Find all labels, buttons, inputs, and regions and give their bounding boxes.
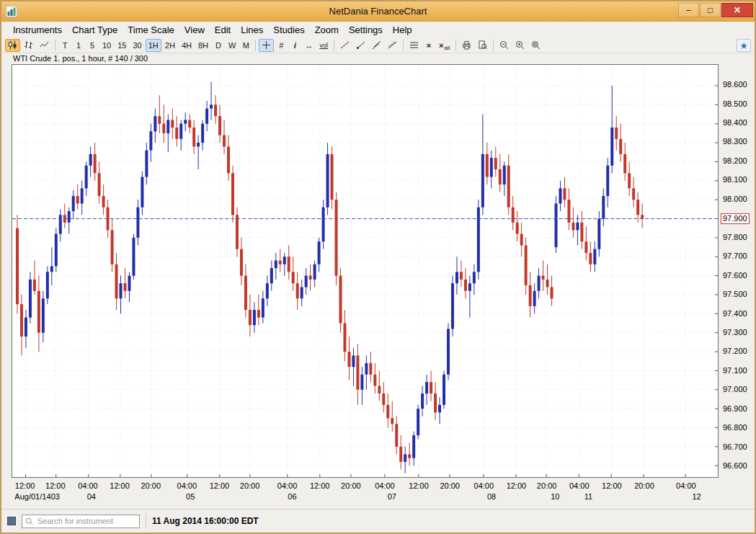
- chart-type-bars-button[interactable]: [21, 39, 36, 52]
- time-tick-label: 04:00: [177, 481, 197, 490]
- menu-chart-type[interactable]: Chart Type: [68, 23, 122, 37]
- time-tick-label: 20:00: [537, 481, 557, 490]
- timeframe-8h-button[interactable]: 8H: [195, 39, 211, 52]
- star-icon: ★: [739, 40, 748, 51]
- menu-time-scale[interactable]: Time Scale: [123, 23, 179, 37]
- toolbar-separator: [455, 40, 456, 51]
- menu-zoom[interactable]: Zoom: [311, 23, 343, 37]
- menu-bar: Instruments Chart Type Time Scale View E…: [1, 22, 755, 37]
- time-tick-label: 12:00: [310, 481, 330, 490]
- timeframe-tick-button[interactable]: T: [58, 39, 71, 52]
- timeframe-1h-button[interactable]: 1H: [146, 39, 161, 52]
- zoom-in-icon: [515, 40, 525, 50]
- current-price-label: 97.900: [721, 213, 750, 224]
- last-update-timestamp: 11 Aug 2014 16:00:00 EDT: [152, 516, 259, 526]
- line-list-icon: [409, 40, 419, 50]
- status-bar: 11 Aug 2014 16:00:00 EDT: [1, 509, 755, 533]
- docking-panel-icon[interactable]: [7, 517, 16, 525]
- time-tick-label: 20:00: [141, 481, 161, 490]
- date-tick-label: 12: [692, 492, 701, 501]
- price-tick-label: 97.800: [723, 233, 747, 242]
- delete-all-lines-button[interactable]: ×all: [436, 39, 453, 52]
- menu-instruments[interactable]: Instruments: [9, 23, 66, 37]
- print-preview-icon: [478, 40, 487, 50]
- trend-line-icon: [340, 40, 350, 50]
- zoom-out-button[interactable]: [497, 39, 512, 52]
- price-tick-label: 98.000: [723, 195, 747, 204]
- delete-all-suffix: all: [444, 45, 450, 51]
- date-tick-label: 04: [87, 492, 96, 501]
- price-tick-label: 98.100: [723, 175, 747, 184]
- candlestick-chart[interactable]: [12, 65, 718, 477]
- menu-lines[interactable]: Lines: [236, 23, 267, 37]
- menu-studies[interactable]: Studies: [269, 23, 308, 37]
- maximize-button[interactable]: □: [700, 3, 721, 17]
- search-input[interactable]: [36, 516, 136, 526]
- trend-ray-icon: [356, 40, 365, 50]
- trend-line-button[interactable]: [337, 39, 352, 52]
- delete-all-lines-icon: ×: [439, 41, 443, 50]
- line-chart-icon: [40, 40, 49, 50]
- timeframe-5m-button[interactable]: 5: [86, 39, 99, 52]
- pan-horizontal-button[interactable]: ↔: [302, 39, 316, 52]
- date-tick-label: Aug/01/14: [14, 492, 50, 501]
- menu-edit[interactable]: Edit: [210, 23, 235, 37]
- timeframe-30m-button[interactable]: 30: [130, 39, 145, 52]
- channel-button[interactable]: [369, 39, 384, 52]
- menu-settings[interactable]: Settings: [344, 23, 387, 37]
- close-button[interactable]: ✕: [721, 3, 753, 17]
- time-tick-label: 12:00: [602, 481, 622, 490]
- minimize-icon: –: [686, 5, 691, 15]
- menu-view[interactable]: View: [180, 23, 209, 37]
- toolbar-separator: [55, 40, 55, 51]
- price-tick-label: 98.400: [723, 118, 747, 128]
- grid-button[interactable]: #: [275, 39, 288, 52]
- timeframe-2h-button[interactable]: 2H: [162, 39, 178, 52]
- ohlc-bars-icon: [24, 40, 33, 50]
- timeframe-15m-button[interactable]: 15: [115, 39, 129, 52]
- title-bar[interactable]: NetDania FinanceChart – □ ✕: [1, 1, 755, 22]
- timeframe-1m-button[interactable]: 1: [72, 39, 85, 52]
- price-tick-label: 96.600: [723, 461, 747, 471]
- line-list-button[interactable]: [406, 39, 422, 52]
- info-button[interactable]: i: [288, 39, 301, 52]
- time-tick-label: 12:00: [210, 481, 230, 490]
- print-preview-button[interactable]: [475, 39, 490, 52]
- trend-ray-button[interactable]: [353, 39, 368, 52]
- toolbar-separator: [334, 40, 334, 51]
- zoom-in-button[interactable]: [512, 39, 528, 52]
- menu-help[interactable]: Help: [388, 23, 417, 37]
- price-axis[interactable]: 98.60098.50098.40098.30098.20098.10098.0…: [721, 64, 756, 481]
- minimize-button[interactable]: –: [678, 3, 699, 17]
- timeframe-month-button[interactable]: M: [239, 39, 252, 52]
- zoom-reset-button[interactable]: [528, 39, 543, 52]
- toolbar-separator: [493, 40, 494, 51]
- fib-retracement-icon: [388, 40, 397, 50]
- time-axis: 12:0012:0004:0012:0020:0004:0012:0020:00…: [12, 481, 719, 491]
- statusbar-separator: [146, 513, 146, 529]
- volume-button[interactable]: vol: [316, 39, 331, 52]
- timeframe-week-button[interactable]: W: [226, 39, 239, 52]
- timeframe-10m-button[interactable]: 10: [99, 39, 114, 52]
- fib-retracement-button[interactable]: [385, 39, 400, 52]
- timeframe-4h-button[interactable]: 4H: [179, 39, 195, 52]
- chart-type-line-button[interactable]: [37, 39, 52, 52]
- time-tick-label: 12:00: [110, 481, 130, 490]
- crosshair-button[interactable]: [259, 39, 274, 52]
- chart-type-candlestick-button[interactable]: [5, 39, 20, 52]
- time-tick-label: 04:00: [676, 481, 696, 490]
- date-tick-label: 06: [288, 492, 296, 501]
- chart-plot-area[interactable]: [12, 64, 719, 478]
- favorites-button[interactable]: ★: [737, 39, 751, 52]
- price-tick-label: 97.700: [723, 252, 747, 261]
- print-button[interactable]: [459, 39, 474, 52]
- price-tick-label: 97.400: [723, 309, 747, 319]
- volume-icon: vol: [319, 42, 328, 49]
- time-tick-label: 12:00: [409, 481, 429, 490]
- instrument-search-box[interactable]: [22, 515, 140, 528]
- price-tick-label: 98.200: [723, 156, 747, 166]
- instrument-label: WTI Crude 1. pos., 1 hour, # 140 / 300: [13, 54, 148, 63]
- delete-line-button[interactable]: ×: [422, 39, 435, 52]
- timeframe-day-button[interactable]: D: [212, 39, 225, 52]
- price-tick-label: 96.800: [723, 423, 747, 432]
